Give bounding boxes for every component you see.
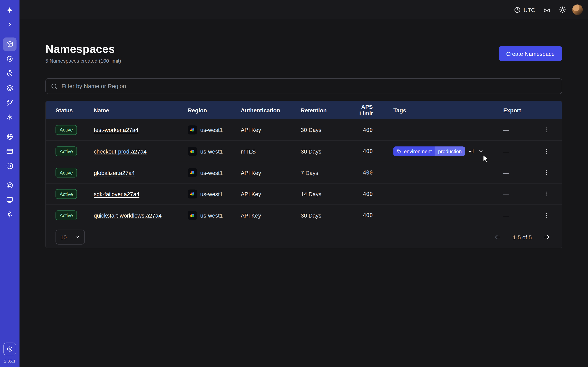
row-menu-button[interactable] [541,210,552,221]
status-badge: Active [56,168,77,178]
retention-cell: 14 Days [301,191,348,197]
gcp-cloud-icon [188,168,197,177]
sidebar-item-docs[interactable] [3,193,17,207]
sidebar-item-nexus[interactable] [3,110,17,124]
region-label: us-west1 [200,191,223,197]
status-cell: Active [46,125,94,135]
status-badge: Active [56,210,77,220]
sidebar-item-namespaces[interactable] [3,38,17,51]
tag-value: production [435,146,465,156]
aps-limit-cell: 400 [348,148,393,154]
sidebar-item-billing[interactable] [3,145,17,158]
export-cell: — [503,148,535,154]
tag-icon [397,149,402,154]
pagination-range-label: 1-5 of 5 [513,234,532,240]
name-cell: sdk-failover.a27a4 [94,191,188,197]
status-cell: Active [46,146,94,156]
tags-expand-chevron[interactable] [478,148,484,154]
glasses-icon [543,6,551,14]
user-avatar[interactable] [572,4,583,15]
create-namespace-button[interactable]: Create Namespace [499,46,562,61]
row-menu-button[interactable] [541,188,552,200]
tag-key: environment [404,149,432,154]
row-menu-button[interactable] [541,124,552,135]
auth-cell: mTLS [241,148,301,154]
sidebar-item-task-queues[interactable] [3,96,17,109]
region-label: us-west1 [200,212,223,218]
auth-cell: API Key [241,127,301,133]
clock-icon [514,6,521,13]
table-row: Active sdk-failover.a27a4 us-west1 API K… [46,183,562,205]
export-cell: — [503,127,535,133]
cost-dollar-icon[interactable] [3,343,16,355]
region-label: us-west1 [200,169,223,176]
page-subtitle: 5 Namespaces created (100 limit) [45,58,121,64]
tag-pill-group: environment production +1 [393,146,484,156]
sidebar-item-usage[interactable] [3,130,17,143]
actions-cell [535,210,562,221]
timezone-label: UTC [523,7,535,13]
page-size-select[interactable]: 10 [56,230,85,244]
tags-cell: environment production +1 [393,146,503,156]
col-retention: Retention [301,107,348,113]
namespace-link[interactable]: test-worker.a27a4 [94,127,138,133]
row-menu-button[interactable] [541,146,552,157]
name-cell: quickstart-workflows.a27a4 [94,212,188,218]
labs-toggle-button[interactable] [541,4,553,16]
namespace-link[interactable]: checkout-prod.a27a4 [94,148,147,154]
search-icon [51,83,58,90]
export-cell: — [503,169,535,176]
region-cell: us-west1 [188,189,241,198]
auth-cell: API Key [241,169,301,176]
theme-toggle-button[interactable] [557,4,569,16]
gcp-cloud-icon [188,147,197,156]
name-cell: globalizer.a27a4 [94,169,188,176]
sun-icon [559,6,566,13]
col-name: Name [94,107,188,113]
status-badge: Active [56,125,77,135]
prev-page-button[interactable] [493,232,503,242]
aps-limit-cell: 400 [348,170,393,175]
sidebar-item-support[interactable] [3,179,17,192]
row-menu-button[interactable] [541,167,552,178]
aps-limit-cell: 400 [348,212,393,218]
actions-cell [535,188,562,200]
sidebar-item-schedules[interactable] [3,67,17,80]
namespace-link[interactable]: globalizer.a27a4 [94,169,135,176]
chevron-down-icon [75,234,80,240]
next-page-button[interactable] [541,232,552,242]
filter-search-input[interactable] [61,83,557,90]
aps-limit-cell: 400 [348,127,393,133]
sidebar-expand-button[interactable] [3,18,17,31]
table-row: Active checkout-prod.a27a4 us-west1 mTLS… [46,141,562,162]
table-footer: 10 1-5 of 5 [46,226,562,248]
status-badge: Active [56,189,77,199]
sidebar-item-settings[interactable] [3,159,17,173]
auth-cell: API Key [241,191,301,197]
page-size-value: 10 [61,234,67,240]
timezone-selector[interactable]: UTC [512,4,537,16]
tag-more-count[interactable]: +1 [468,148,475,154]
namespace-link[interactable]: quickstart-workflows.a27a4 [94,212,162,218]
page-title: Namespaces [45,43,121,55]
sidebar-item-deployments[interactable] [3,81,17,95]
region-cell: us-west1 [188,211,241,220]
gcp-cloud-icon [188,189,197,198]
sidebar-item-getting-started[interactable] [3,208,17,221]
table-body: Active test-worker.a27a4 us-west1 API Ke… [46,119,562,226]
tag-pill[interactable]: environment production [393,146,465,156]
retention-cell: 30 Days [301,212,348,218]
status-badge: Active [56,146,77,156]
namespace-link[interactable]: sdk-failover.a27a4 [94,191,139,197]
aps-limit-cell: 400 [348,191,393,197]
retention-cell: 30 Days [301,148,348,154]
namespaces-table: Status Name Region Authentication Retent… [45,101,562,248]
app-root: 2.35.1 UTC [0,0,588,367]
region-cell: us-west1 [188,168,241,177]
retention-cell: 30 Days [301,127,348,133]
table-row: Active quickstart-workflows.a27a4 us-wes… [46,205,562,226]
topbar: UTC [20,0,588,20]
sidebar-item-workflows[interactable] [3,52,17,66]
auth-cell: API Key [241,212,301,218]
temporal-logo[interactable] [3,3,17,17]
